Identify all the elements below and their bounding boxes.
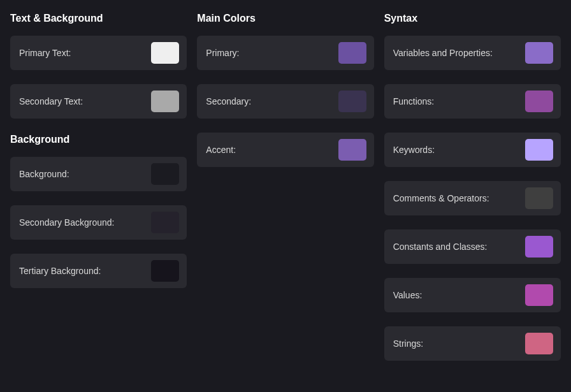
- label-constants: Constants and Classes:: [393, 242, 488, 252]
- row-variables: Variables and Properties:: [384, 36, 561, 70]
- swatch-primary-text[interactable]: [151, 42, 179, 64]
- label-secondary-text: Secondary Text:: [19, 96, 83, 106]
- swatch-primary[interactable]: [338, 42, 366, 64]
- swatch-tertiary-background[interactable]: [151, 260, 179, 282]
- label-secondary-background: Secondary Background:: [19, 217, 114, 228]
- section-title-text-bg: Text & Background: [10, 13, 187, 24]
- row-primary-text: Primary Text:: [10, 36, 187, 70]
- row-secondary-background: Secondary Background:: [10, 205, 187, 240]
- swatch-secondary[interactable]: [338, 91, 366, 112]
- row-primary: Primary:: [197, 36, 373, 70]
- col-main-colors: Main Colors Primary: Secondary: Accent:: [197, 13, 373, 375]
- swatch-comments[interactable]: [525, 187, 553, 209]
- row-functions: Functions:: [384, 84, 561, 119]
- label-keywords: Keywords:: [393, 145, 435, 155]
- col-text-background: Text & Background Primary Text: Secondar…: [10, 13, 187, 375]
- label-background: Background:: [19, 169, 69, 179]
- swatch-constants[interactable]: [525, 236, 553, 258]
- section-title-main-colors: Main Colors: [197, 13, 373, 24]
- label-tertiary-background: Tertiary Background:: [19, 266, 101, 276]
- section-title-syntax: Syntax: [384, 13, 561, 24]
- label-comments: Comments & Operators:: [393, 193, 489, 203]
- label-secondary: Secondary:: [206, 96, 251, 106]
- label-primary: Primary:: [206, 48, 239, 58]
- label-primary-text: Primary Text:: [19, 48, 71, 58]
- row-secondary-text: Secondary Text:: [10, 84, 187, 119]
- label-variables: Variables and Properties:: [393, 48, 493, 58]
- subsection-title-background: Background: [10, 134, 187, 145]
- row-constants: Constants and Classes:: [384, 229, 561, 264]
- swatch-background[interactable]: [151, 163, 179, 185]
- swatch-functions[interactable]: [525, 91, 553, 112]
- row-background: Background:: [10, 157, 187, 191]
- row-keywords: Keywords:: [384, 133, 561, 167]
- swatch-accent[interactable]: [338, 139, 366, 161]
- col-syntax: Syntax Variables and Properties: Functio…: [384, 13, 561, 375]
- label-accent: Accent:: [206, 145, 236, 155]
- label-values: Values:: [393, 290, 423, 300]
- swatch-keywords[interactable]: [525, 139, 553, 161]
- row-tertiary-background: Tertiary Background:: [10, 254, 187, 288]
- swatch-secondary-background[interactable]: [151, 212, 179, 233]
- swatch-strings[interactable]: [525, 333, 553, 354]
- swatch-secondary-text[interactable]: [151, 91, 179, 112]
- row-strings: Strings:: [384, 326, 561, 361]
- row-accent: Accent:: [197, 133, 373, 167]
- swatch-values[interactable]: [525, 284, 553, 306]
- row-secondary: Secondary:: [197, 84, 373, 119]
- row-comments: Comments & Operators:: [384, 181, 561, 215]
- row-values: Values:: [384, 278, 561, 312]
- label-strings: Strings:: [393, 338, 423, 349]
- settings-columns: Text & Background Primary Text: Secondar…: [10, 13, 561, 375]
- label-functions: Functions:: [393, 96, 435, 106]
- swatch-variables[interactable]: [525, 42, 553, 64]
